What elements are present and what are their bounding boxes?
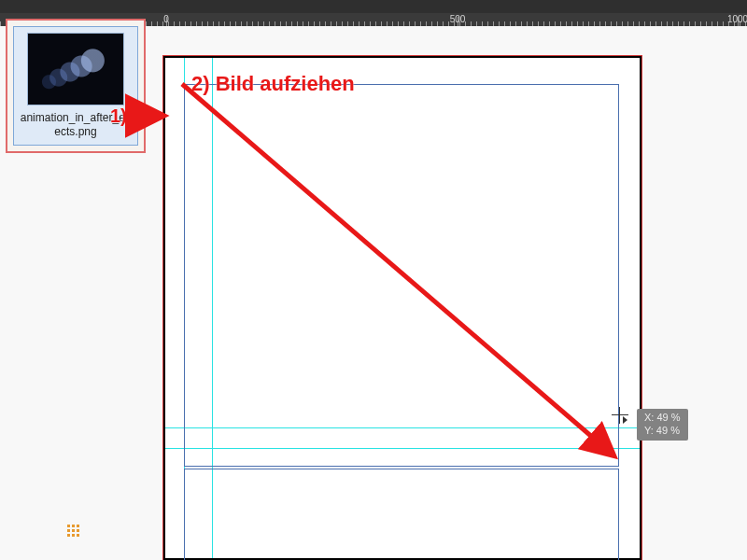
asset-thumbnail[interactable] [27, 33, 124, 105]
cursor-xy-tooltip: X: 49 % Y: 49 % [637, 409, 688, 441]
image-frame[interactable] [184, 84, 619, 467]
cursor-y-readout: Y: 49 % [644, 425, 681, 438]
image-frame[interactable] [184, 469, 619, 560]
ruler-label: 0 [163, 14, 169, 24]
annotation-step2: 2) Bild aufziehen [191, 72, 355, 96]
document-page[interactable] [163, 56, 641, 560]
ruler-label: 1000 [727, 14, 747, 24]
ruler-label: 500 [450, 14, 466, 24]
guide-horizontal[interactable] [165, 448, 640, 449]
place-cursor-icon [612, 407, 628, 424]
asset-panel: animation_in_after_effects.png [6, 19, 146, 153]
guide-horizontal[interactable] [165, 427, 640, 428]
guide-vertical[interactable] [212, 58, 213, 558]
cursor-x-readout: X: 49 % [644, 412, 681, 425]
watermark-icon [67, 525, 80, 538]
annotation-step1: 1) [110, 105, 127, 127]
guide-vertical[interactable] [184, 58, 185, 558]
asset-item[interactable]: animation_in_after_effects.png [13, 26, 138, 146]
bleed-outline [162, 55, 642, 560]
